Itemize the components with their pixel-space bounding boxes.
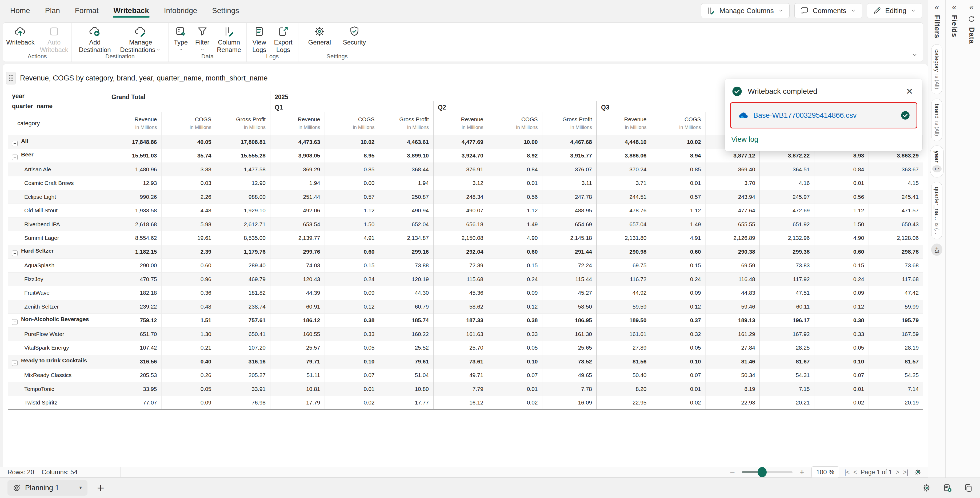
tab-planning-1[interactable]: Planning 1 ▼ bbox=[8, 480, 88, 496]
data-cell[interactable]: 0.38 bbox=[488, 314, 542, 327]
zoom-slider-thumb[interactable] bbox=[757, 467, 767, 477]
copy-visual-icon[interactable] bbox=[964, 483, 973, 493]
page-settings-gear-icon[interactable] bbox=[913, 468, 922, 476]
prev-page-icon[interactable]: < bbox=[853, 469, 857, 476]
data-cell[interactable]: 0.40 bbox=[161, 355, 216, 368]
data-cell[interactable]: 2.26 bbox=[161, 190, 216, 204]
collapse-minus-icon[interactable] bbox=[12, 319, 18, 325]
data-cell[interactable]: 8,554.62 bbox=[107, 231, 161, 245]
collapse-minus-icon[interactable] bbox=[12, 251, 18, 256]
data-cell[interactable]: 186.12 bbox=[270, 314, 325, 327]
row-label[interactable]: Riverbend IPA bbox=[8, 217, 107, 231]
data-cell[interactable]: 117.68 bbox=[869, 272, 923, 286]
measure-header-cogs[interactable]: COGSin Millions bbox=[161, 112, 216, 135]
data-cell[interactable]: 247.78 bbox=[542, 190, 597, 204]
data-cell[interactable]: 8.92 bbox=[488, 149, 542, 163]
data-cell[interactable]: 72.39 bbox=[433, 259, 488, 273]
data-cell[interactable]: 469.79 bbox=[216, 272, 270, 286]
data-cell[interactable]: 1.50 bbox=[325, 217, 379, 231]
data-cell[interactable]: 195.79 bbox=[869, 314, 923, 327]
data-cell[interactable]: 1,477.58 bbox=[216, 163, 270, 176]
data-cell[interactable]: 22.93 bbox=[705, 396, 760, 410]
row-label[interactable]: Ready to Drink Cocktails bbox=[8, 355, 107, 368]
panel-title-data[interactable]: Data bbox=[967, 27, 976, 44]
data-cell[interactable]: 370.24 bbox=[597, 163, 651, 176]
data-cell[interactable]: 369.29 bbox=[270, 163, 325, 176]
data-cell[interactable]: 0.15 bbox=[651, 259, 705, 273]
security-button[interactable]: Security bbox=[341, 25, 368, 46]
data-cell[interactable]: 0.37 bbox=[651, 314, 705, 327]
data-cell[interactable]: 16.12 bbox=[433, 396, 488, 410]
data-cell[interactable]: 7.79 bbox=[433, 382, 488, 396]
data-cell[interactable]: 161.63 bbox=[433, 327, 488, 341]
data-cell[interactable]: 0.07 bbox=[325, 368, 379, 382]
data-cell[interactable]: 757.61 bbox=[216, 314, 270, 327]
data-cell[interactable]: 8,535.00 bbox=[216, 231, 270, 245]
data-cell[interactable]: 60.79 bbox=[379, 300, 433, 314]
row-label[interactable]: Beer bbox=[8, 149, 107, 163]
menu-format[interactable]: Format bbox=[75, 2, 99, 20]
col-group-q1[interactable]: Q1 bbox=[270, 101, 433, 112]
data-cell[interactable]: 25.70 bbox=[433, 341, 488, 355]
row-label[interactable]: All bbox=[8, 135, 107, 149]
data-cell[interactable]: 50.40 bbox=[597, 368, 651, 382]
data-cell[interactable]: 1.12 bbox=[325, 204, 379, 218]
data-cell[interactable]: 8.19 bbox=[705, 382, 760, 396]
data-cell[interactable]: 1.30 bbox=[161, 327, 216, 341]
data-cell[interactable]: 0.12 bbox=[325, 300, 379, 314]
data-cell[interactable]: 69.59 bbox=[705, 259, 760, 273]
data-cell[interactable]: 115.68 bbox=[433, 272, 488, 286]
measure-header-revenue[interactable]: Revenuein Millions bbox=[433, 112, 488, 135]
data-cell[interactable]: 33.91 bbox=[216, 382, 270, 396]
data-cell[interactable]: 51.11 bbox=[270, 368, 325, 382]
measure-header-gross-profit[interactable]: Gross Profitin Millions bbox=[216, 112, 270, 135]
data-cell[interactable]: 988.00 bbox=[216, 190, 270, 204]
data-cell[interactable]: 4.16 bbox=[760, 176, 814, 190]
data-cell[interactable]: 161.29 bbox=[705, 327, 760, 341]
data-cell[interactable]: 1,182.15 bbox=[107, 245, 161, 259]
data-cell[interactable]: 1.12 bbox=[488, 204, 542, 218]
expand-panel-chevron-icon[interactable]: « bbox=[935, 3, 939, 11]
data-cell[interactable]: 0.33 bbox=[488, 327, 542, 341]
data-cell[interactable]: 0.01 bbox=[651, 176, 705, 190]
data-cell[interactable]: 0.10 bbox=[814, 355, 869, 368]
row-label[interactable]: FizzJoy bbox=[8, 272, 107, 286]
data-cell[interactable]: 1,933.58 bbox=[107, 204, 161, 218]
data-cell[interactable]: 490.07 bbox=[433, 204, 488, 218]
data-cell[interactable]: 299.16 bbox=[379, 245, 433, 259]
data-cell[interactable]: 316.16 bbox=[216, 355, 270, 368]
writeback-file-link[interactable]: Base-WB177003295414866.csv bbox=[753, 111, 900, 120]
data-cell[interactable]: 16.09 bbox=[542, 396, 597, 410]
data-cell[interactable]: 3.70 bbox=[705, 176, 760, 190]
data-cell[interactable]: 0.09 bbox=[651, 286, 705, 300]
data-cell[interactable]: 0.10 bbox=[325, 355, 379, 368]
more-filters-badge[interactable]: +3 bbox=[931, 244, 942, 256]
data-cell[interactable]: 1,179.76 bbox=[216, 245, 270, 259]
filter-button[interactable]: Filter bbox=[193, 25, 212, 52]
zoom-slider[interactable] bbox=[742, 471, 792, 473]
data-cell[interactable]: 2,132.96 bbox=[760, 231, 814, 245]
data-cell[interactable]: 0.33 bbox=[325, 327, 379, 341]
data-cell[interactable]: 653.54 bbox=[270, 217, 325, 231]
data-cell[interactable]: 477.64 bbox=[705, 204, 760, 218]
data-cell[interactable]: 10.80 bbox=[379, 382, 433, 396]
data-cell[interactable]: 44.83 bbox=[705, 286, 760, 300]
next-page-icon[interactable]: > bbox=[896, 469, 899, 476]
measure-header-revenue[interactable]: Revenuein Millions bbox=[270, 112, 325, 135]
data-cell[interactable]: 650.41 bbox=[216, 327, 270, 341]
data-cell[interactable]: 0.57 bbox=[651, 190, 705, 204]
data-cell[interactable]: 0.60 bbox=[651, 245, 705, 259]
col-group-grand-total[interactable]: Grand Total bbox=[107, 91, 270, 112]
data-cell[interactable]: 69.75 bbox=[597, 259, 651, 273]
data-cell[interactable]: 51.04 bbox=[379, 368, 433, 382]
data-cell[interactable]: 1.94 bbox=[270, 176, 325, 190]
data-cell[interactable]: 4,463.61 bbox=[379, 135, 433, 149]
data-cell[interactable]: 8.20 bbox=[597, 382, 651, 396]
general-button[interactable]: General bbox=[306, 25, 333, 46]
data-cell[interactable]: 10.02 bbox=[651, 135, 705, 149]
data-cell[interactable]: 0.56 bbox=[488, 190, 542, 204]
collapse-minus-icon[interactable] bbox=[12, 155, 18, 160]
data-cell[interactable]: 4.90 bbox=[488, 231, 542, 245]
data-cell[interactable]: 0.02 bbox=[488, 396, 542, 410]
row-label[interactable]: FruitWave bbox=[8, 286, 107, 300]
